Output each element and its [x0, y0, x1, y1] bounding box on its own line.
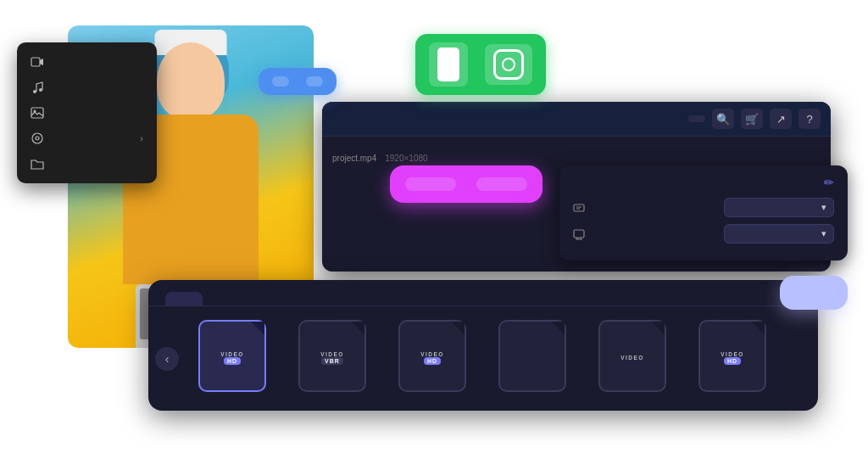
- resolution-row: ▾: [573, 224, 834, 244]
- mp4-hd-7-badge: HD: [724, 357, 741, 365]
- instagram-lens: [502, 58, 515, 71]
- avi-card-icon: VIDEO: [598, 320, 666, 392]
- iphone-icon: [437, 48, 459, 81]
- svg-point-6: [32, 133, 42, 143]
- device-format-badge: [415, 34, 546, 95]
- codec-icon: [573, 202, 585, 214]
- codec-row: ▾: [573, 198, 834, 217]
- compress-dropdown[interactable]: ▾: [724, 198, 834, 217]
- image-icon: [31, 106, 44, 120]
- share-button[interactable]: ↗: [770, 109, 792, 129]
- mp4-card-icon: VIDEO HD: [198, 320, 266, 392]
- settings-button[interactable]: [688, 115, 705, 122]
- convert-button[interactable]: [780, 276, 848, 310]
- format-tabs: [148, 280, 818, 306]
- avi-vbr-card-icon: VIDEO VBR: [298, 320, 366, 392]
- menu-item-add-dvd[interactable]: ›: [17, 126, 157, 151]
- format-panel: ‹ VIDEO HD VIDEO VBR: [148, 280, 818, 411]
- avi-vbr-badge: VBR: [321, 357, 343, 365]
- to-instagram: [485, 44, 532, 85]
- format-card-avi[interactable]: VIDEO: [586, 320, 679, 397]
- dvd-icon: [31, 132, 44, 145]
- format-card-mp4-hd[interactable]: VIDEO HD: [386, 320, 479, 397]
- from-iphone: [429, 42, 468, 87]
- mp4-hd-7-sub: VIDEO: [721, 351, 744, 357]
- output-panel: ✏ ▾ ▾: [559, 165, 848, 260]
- format-card-mp4-hd-7[interactable]: VIDEO HD: [686, 320, 779, 397]
- svg-rect-4: [31, 108, 43, 118]
- resolution-icon: [573, 228, 585, 240]
- tab-popular[interactable]: [165, 292, 203, 305]
- svg-rect-8: [574, 204, 584, 211]
- audio-chevron: ▾: [821, 228, 826, 239]
- app-toolbar: 🔍 🛒 ↗ ?: [322, 102, 831, 137]
- prev-arrow[interactable]: ‹: [155, 347, 179, 371]
- svg-rect-0: [31, 58, 40, 66]
- formats-row: ‹ VIDEO HD VIDEO VBR: [148, 306, 818, 411]
- video-icon: [31, 55, 44, 69]
- menu-item-add-video[interactable]: [17, 49, 157, 75]
- audio-dropdown[interactable]: ▾: [724, 224, 834, 244]
- to-format-wav: [306, 76, 323, 87]
- output-title-row: ✏: [573, 176, 834, 189]
- mp4-hd-badge: HD: [424, 357, 441, 365]
- tab-video[interactable]: [206, 292, 243, 305]
- from-mp4: [405, 177, 456, 191]
- search-button[interactable]: 🔍: [712, 109, 734, 129]
- format-card-avi-vbr[interactable]: VIDEO VBR: [286, 320, 379, 397]
- video-format-badge: [390, 165, 542, 203]
- help-button[interactable]: ?: [798, 109, 821, 129]
- mp4-sub: VIDEO: [220, 351, 244, 357]
- avi-sub: VIDEO: [620, 355, 644, 361]
- tab-audio[interactable]: [287, 292, 325, 305]
- file-placeholder: project.mp4: [332, 154, 376, 163]
- app-content: [322, 137, 831, 150]
- audio-icon: [31, 81, 44, 94]
- tab-images[interactable]: [328, 292, 365, 305]
- svg-point-7: [36, 137, 39, 140]
- resolution-label: 1920×1080: [385, 154, 427, 163]
- compress-chevron: ▾: [821, 202, 826, 213]
- menu-item-add-audio[interactable]: [17, 75, 157, 100]
- format-card-mp3[interactable]: [486, 320, 579, 397]
- context-menu: ›: [17, 42, 157, 183]
- mp4-hd-sub: VIDEO: [420, 351, 444, 357]
- instagram-icon: [493, 49, 524, 80]
- from-format-mp3: [272, 76, 289, 87]
- to-avi: [476, 177, 527, 191]
- mp4-hd-7-card-icon: VIDEO HD: [698, 320, 766, 392]
- svg-rect-9: [574, 230, 584, 238]
- head: [157, 42, 225, 119]
- dvd-submenu-arrow: ›: [140, 133, 143, 143]
- mp4-hd-card-icon: VIDEO HD: [398, 320, 466, 392]
- mp3-card-icon: [498, 320, 566, 392]
- menu-item-add-folder[interactable]: [17, 151, 157, 176]
- menu-item-add-images[interactable]: [17, 100, 157, 126]
- tab-devices[interactable]: [247, 292, 284, 305]
- audio-format-badge: [259, 68, 337, 95]
- avi-vbr-sub: VIDEO: [320, 351, 344, 357]
- format-card-mp4[interactable]: VIDEO HD: [186, 320, 279, 397]
- cart-button[interactable]: 🛒: [741, 109, 763, 129]
- mp4-badge: HD: [224, 357, 241, 365]
- edit-icon[interactable]: ✏: [824, 176, 834, 189]
- mp3-icon: [514, 339, 551, 373]
- folder-icon: [31, 157, 44, 171]
